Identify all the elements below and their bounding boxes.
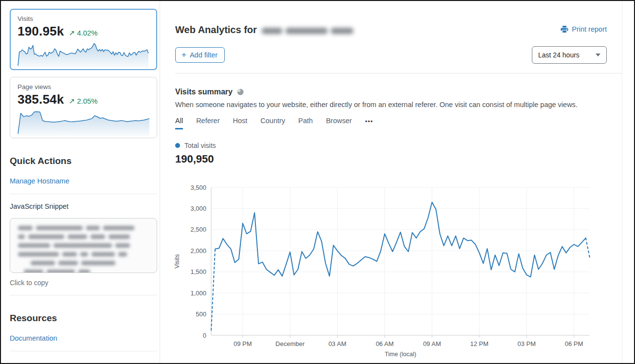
pie-help-icon	[237, 89, 244, 95]
js-snippet-box[interactable]	[10, 218, 157, 273]
time-range-select[interactable]: Last 24 hours	[532, 46, 607, 64]
summary-tabs: AllRefererHostCountryPathBrowser•••	[175, 117, 622, 129]
web-analytics-dashboard: Visits 190.95k ↗ 4.02% Page views 385.54…	[0, 0, 635, 364]
sidebar: Visits 190.95k ↗ 4.02% Page views 385.54…	[10, 9, 157, 351]
svg-text:1,500: 1,500	[190, 268, 206, 275]
metric-value-row: 190.95k ↗ 4.02%	[18, 24, 149, 39]
metric-card-visits[interactable]: Visits 190.95k ↗ 4.02%	[10, 9, 157, 70]
print-report-label: Print report	[572, 25, 607, 33]
total-visits-value: 190,950	[175, 153, 622, 165]
svg-text:0: 0	[203, 332, 206, 339]
svg-text:03 PM: 03 PM	[518, 340, 536, 347]
metric-delta-value: 2.05%	[77, 97, 98, 105]
visits-chart: 05001,0001,5002,0002,5003,0003,50009 PMD…	[174, 182, 609, 363]
svg-text:500: 500	[196, 310, 206, 318]
redacted-code-line	[18, 252, 149, 256]
page-views-sparkline	[18, 109, 150, 136]
chevron-down-icon	[596, 54, 600, 56]
redacted-code-line	[18, 243, 149, 248]
line-chart-svg: 05001,0001,5002,0002,5003,0003,50009 PMD…	[174, 182, 609, 361]
redacted-code-line	[18, 235, 149, 239]
metric-label: Visits	[18, 15, 149, 22]
trend-up-icon: ↗	[69, 29, 75, 37]
add-filter-button[interactable]: + Add filter	[175, 47, 225, 63]
svg-text:2,500: 2,500	[190, 226, 206, 233]
redacted-code-line	[18, 270, 149, 273]
metric-delta: ↗ 2.05%	[69, 97, 97, 106]
svg-text:1,000: 1,000	[190, 290, 206, 297]
visits-sparkline	[18, 41, 149, 68]
svg-text:3,000: 3,000	[190, 205, 206, 212]
printer-icon	[561, 26, 568, 33]
svg-text:06 AM: 06 AM	[376, 340, 394, 347]
summary-description: When someone navigates to your website, …	[175, 101, 622, 109]
js-snippet-label: JavaScript Snippet	[10, 202, 157, 210]
tab-host[interactable]: Host	[233, 117, 247, 129]
trend-up-icon: ↗	[69, 97, 75, 105]
right-panel-edge	[622, 1, 622, 363]
divider	[10, 194, 157, 194]
svg-text:09 PM: 09 PM	[234, 340, 252, 347]
resources-heading: Resources	[10, 313, 157, 324]
metric-value: 385.54k	[18, 92, 64, 107]
time-range-value: Last 24 hours	[538, 51, 580, 59]
tab-browser[interactable]: Browser	[326, 117, 352, 129]
metric-value-row: 385.54k ↗ 2.05%	[18, 92, 149, 107]
svg-text:3,500: 3,500	[190, 184, 206, 191]
svg-text:09 AM: 09 AM	[423, 340, 441, 347]
svg-text:06 PM: 06 PM	[565, 340, 583, 347]
series-label: Total visits	[184, 142, 216, 149]
quick-actions-heading: Quick Actions	[10, 156, 157, 166]
metric-card-page-views[interactable]: Page views 385.54k ↗ 2.05%	[10, 77, 157, 138]
svg-text:Time (local): Time (local)	[385, 351, 417, 358]
redacted-code-line	[18, 226, 149, 230]
tab-referer[interactable]: Referer	[196, 117, 219, 129]
metric-value: 190.95k	[18, 24, 64, 39]
series-color-dot	[175, 143, 180, 148]
page-title-text: Web Analytics for	[175, 24, 257, 36]
header-row: Web Analytics for Print report	[175, 24, 622, 36]
page-title: Web Analytics for	[175, 24, 353, 36]
svg-text:2,000: 2,000	[190, 247, 206, 255]
summary-title-row: Visits summary	[175, 88, 622, 96]
metric-delta-value: 4.02%	[77, 29, 98, 37]
toolbar-row: + Add filter Last 24 hours	[175, 46, 622, 64]
tab-all[interactable]: All	[175, 117, 183, 129]
chart-legend: Total visits	[175, 142, 622, 149]
summary-title: Visits summary	[175, 88, 233, 96]
plus-icon: +	[181, 51, 186, 59]
add-filter-label: Add filter	[190, 51, 218, 59]
metric-label: Page views	[18, 83, 149, 91]
tabs-overflow-button[interactable]: •••	[365, 118, 373, 128]
click-to-copy-hint: Click to copy	[10, 279, 157, 287]
metric-delta: ↗ 4.02%	[69, 29, 97, 37]
tab-path[interactable]: Path	[298, 117, 313, 129]
svg-text:Visits: Visits	[174, 254, 181, 269]
svg-text:12 PM: 12 PM	[470, 340, 489, 347]
header-divider	[175, 73, 622, 73]
documentation-link[interactable]: Documentation	[10, 334, 57, 342]
redacted-code-line	[18, 261, 149, 265]
divider	[10, 351, 157, 351]
tab-country[interactable]: Country	[260, 117, 285, 129]
divider	[10, 295, 157, 295]
redacted-domain	[262, 28, 353, 34]
print-report-button[interactable]: Print report	[561, 25, 607, 33]
svg-text:December: December	[275, 340, 305, 347]
svg-text:03 AM: 03 AM	[328, 340, 346, 347]
manage-hostname-link[interactable]: Manage Hostname	[10, 177, 70, 185]
